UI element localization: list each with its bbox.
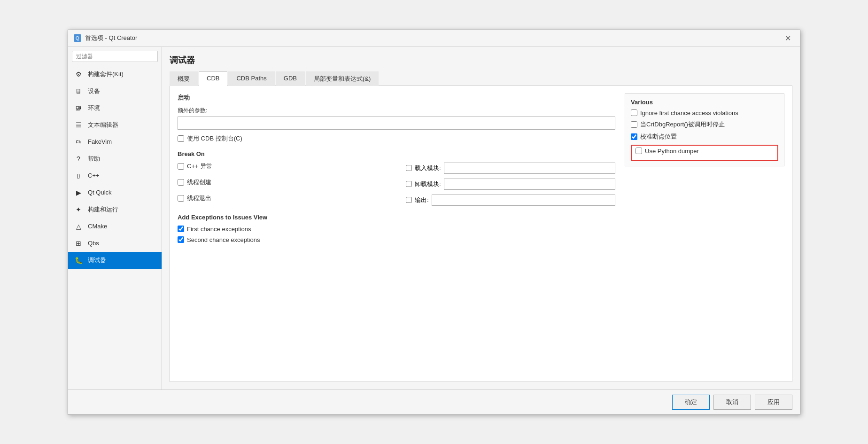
cmake-icon: △ xyxy=(74,222,83,231)
window-title: 首选项 - Qt Creator xyxy=(85,34,137,42)
sidebar-item-qtquick[interactable]: ▶ Qt Quick xyxy=(68,184,162,201)
tab-cdb[interactable]: CDB xyxy=(199,71,227,86)
calibrate-bp-row: 校准断点位置 xyxy=(631,132,778,141)
break-on-section: Break On C++ 异常 载入模块: xyxy=(178,150,615,206)
sidebar: ⚙ 构建套件(Kit) 🖥 设备 🖳 环境 ☰ 文本编辑器 Fk Fak xyxy=(68,47,162,389)
python-dumper-checkbox[interactable] xyxy=(636,148,642,154)
main-content: 调试器 概要 CDB CDB Paths GDB 局部变量和表达式(&) 启动 … xyxy=(162,47,800,389)
output-row: 输出: xyxy=(406,194,615,206)
env-icon: 🖳 xyxy=(74,103,83,113)
startup-title: 启动 xyxy=(178,93,615,102)
use-cdb-console-row: 使用 CDB 控制台(C) xyxy=(178,134,615,143)
unload-module-row: 卸载模块: xyxy=(406,178,615,190)
sidebar-item-build[interactable]: ✦ 构建和运行 xyxy=(68,201,162,218)
second-chance-label: Second chance exceptions xyxy=(187,236,260,243)
debugger-icon: 🐛 xyxy=(74,256,83,265)
title-bar: Q 首选项 - Qt Creator ✕ xyxy=(68,30,800,47)
sidebar-item-cpp[interactable]: {} C++ xyxy=(68,167,162,184)
output-label: 输出: xyxy=(415,196,429,204)
sidebar-item-help[interactable]: ? 帮助 xyxy=(68,150,162,167)
unload-module-input[interactable] xyxy=(444,179,615,190)
load-module-checkbox[interactable] xyxy=(406,165,412,171)
footer: 确定 取消 应用 xyxy=(68,389,800,414)
crt-dbg-label: 当CrtDbgReport()被调用时停止 xyxy=(640,120,725,129)
tab-gdb[interactable]: GDB xyxy=(276,71,305,86)
sidebar-item-debugger[interactable]: 🐛 调试器 xyxy=(68,252,162,269)
sidebar-item-env[interactable]: 🖳 环境 xyxy=(68,100,162,117)
sidebar-item-qbs[interactable]: ⊞ Qbs xyxy=(68,235,162,252)
content-panel: 启动 额外的参数: 使用 CDB 控制台(C) Break On C+ xyxy=(170,86,792,382)
cpp-exception-label: C++ 异常 xyxy=(187,162,212,171)
kit-icon: ⚙ xyxy=(74,70,83,79)
left-panel: 启动 额外的参数: 使用 CDB 控制台(C) Break On C+ xyxy=(178,93,615,374)
sidebar-item-device[interactable]: 🖥 设备 xyxy=(68,83,162,100)
load-module-label: 载入模块: xyxy=(415,164,441,172)
tab-overview[interactable]: 概要 xyxy=(170,71,198,86)
calibrate-bp-checkbox[interactable] xyxy=(631,133,637,140)
tab-bar: 概要 CDB CDB Paths GDB 局部变量和表达式(&) xyxy=(170,71,792,86)
first-chance-label: First chance exceptions xyxy=(187,226,251,233)
various-title: Various xyxy=(631,99,778,106)
break-on-grid: C++ 异常 载入模块: 线程创建 xyxy=(178,162,615,206)
ok-button[interactable]: 确定 xyxy=(672,395,710,410)
page-title: 调试器 xyxy=(170,55,792,66)
extra-params-input[interactable] xyxy=(178,117,615,130)
cpp-exception-row: C++ 异常 xyxy=(178,162,387,171)
thread-exit-checkbox[interactable] xyxy=(178,195,184,202)
python-dumper-highlight: Use Python dumper xyxy=(631,145,778,161)
help-icon: ? xyxy=(74,154,83,164)
sidebar-scroll: ⚙ 构建套件(Kit) 🖥 设备 🖳 环境 ☰ 文本编辑器 Fk Fak xyxy=(68,66,162,389)
first-chance-checkbox[interactable] xyxy=(178,226,184,232)
first-chance-row: First chance exceptions xyxy=(178,226,615,233)
title-bar-left: Q 首选项 - Qt Creator xyxy=(74,34,137,42)
crt-dbg-row: 当CrtDbgReport()被调用时停止 xyxy=(631,120,778,129)
python-dumper-label: Use Python dumper xyxy=(645,148,699,155)
unload-module-label: 卸载模块: xyxy=(415,180,441,188)
output-checkbox[interactable] xyxy=(406,197,412,203)
thread-exit-row: 线程退出 xyxy=(178,194,387,203)
second-chance-row: Second chance exceptions xyxy=(178,236,615,243)
qbs-icon: ⊞ xyxy=(74,239,83,248)
load-module-row: 载入模块: xyxy=(406,162,615,174)
cpp-icon: {} xyxy=(74,171,83,180)
use-cdb-console-checkbox[interactable] xyxy=(178,135,184,142)
right-panel: Various Ignore first chance access viola… xyxy=(625,93,784,374)
close-button[interactable]: ✕ xyxy=(781,31,794,45)
ignore-access-checkbox[interactable] xyxy=(631,109,637,116)
cancel-button[interactable]: 取消 xyxy=(713,395,751,410)
ignore-access-row: Ignore first chance access violations xyxy=(631,109,778,117)
tab-cdb-paths[interactable]: CDB Paths xyxy=(228,71,274,86)
main-window: Q 首选项 - Qt Creator ✕ ⚙ 构建套件(Kit) 🖥 设备 🖳 … xyxy=(68,30,800,415)
output-input[interactable] xyxy=(432,195,615,206)
ignore-access-label: Ignore first chance access violations xyxy=(640,109,738,117)
crt-dbg-checkbox[interactable] xyxy=(631,121,637,128)
sidebar-item-cmake[interactable]: △ CMake xyxy=(68,218,162,235)
sidebar-item-editor[interactable]: ☰ 文本编辑器 xyxy=(68,117,162,133)
extra-params-label: 额外的参数: xyxy=(178,107,615,115)
window-body: ⚙ 构建套件(Kit) 🖥 设备 🖳 环境 ☰ 文本编辑器 Fk Fak xyxy=(68,47,800,389)
load-module-input[interactable] xyxy=(444,163,615,174)
calibrate-bp-label: 校准断点位置 xyxy=(640,132,677,141)
unload-module-checkbox[interactable] xyxy=(406,181,412,187)
thread-create-row: 线程创建 xyxy=(178,178,387,187)
device-icon: 🖥 xyxy=(74,86,83,96)
thread-create-checkbox[interactable] xyxy=(178,179,184,186)
fakevim-icon: Fk xyxy=(74,137,83,147)
build-icon: ✦ xyxy=(74,205,83,214)
filter-input[interactable] xyxy=(72,51,158,62)
python-dumper-row: Use Python dumper xyxy=(636,148,774,155)
various-section: Various Ignore first chance access viola… xyxy=(625,93,784,166)
thread-exit-label: 线程退出 xyxy=(187,194,211,203)
break-on-title: Break On xyxy=(178,150,615,157)
use-cdb-console-label: 使用 CDB 控制台(C) xyxy=(187,134,242,143)
apply-button[interactable]: 应用 xyxy=(755,395,792,410)
app-icon: Q xyxy=(74,34,81,42)
sidebar-item-kit[interactable]: ⚙ 构建套件(Kit) xyxy=(68,66,162,83)
sidebar-item-fakevim[interactable]: Fk FakeVim xyxy=(68,133,162,150)
second-chance-checkbox[interactable] xyxy=(178,236,184,243)
editor-icon: ☰ xyxy=(74,120,83,130)
tab-locals[interactable]: 局部变量和表达式(&) xyxy=(306,71,379,86)
qtquick-icon: ▶ xyxy=(74,188,83,197)
exceptions-title: Add Exceptions to Issues View xyxy=(178,214,615,221)
cpp-exception-checkbox[interactable] xyxy=(178,163,184,170)
